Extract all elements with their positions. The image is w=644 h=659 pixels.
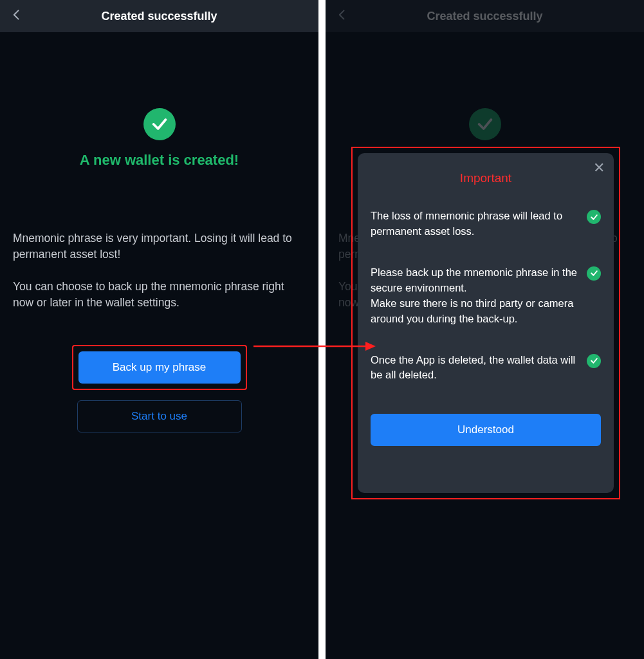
check-icon[interactable] [587, 210, 601, 224]
back-icon[interactable] [336, 8, 349, 24]
check-icon[interactable] [587, 354, 601, 368]
dialog-item-text: The loss of mnemonic phrase will lead to… [371, 209, 579, 239]
success-check-icon [469, 108, 501, 140]
dialog-item-text: Once the App is deleted, the wallet data… [371, 353, 579, 384]
close-icon[interactable]: ✕ [593, 160, 605, 176]
success-check-icon [143, 108, 176, 140]
dialog-title: Important [371, 171, 601, 185]
page-title: Created successfully [0, 10, 318, 23]
dialog-item-text: Please back up the mnemonic phrase in th… [371, 265, 579, 327]
created-heading: A new wallet is created! [13, 152, 306, 169]
back-icon[interactable] [10, 8, 23, 24]
important-dialog: ✕ Important The loss of mnemonic phrase … [358, 153, 614, 493]
understood-button[interactable]: Understood [371, 414, 601, 446]
dialog-item: Please back up the mnemonic phrase in th… [371, 265, 601, 327]
dialog-item: The loss of mnemonic phrase will lead to… [371, 209, 601, 239]
backup-choice-text: You can choose to back up the mnemonic p… [13, 279, 306, 311]
screen-right: Created successfully A new wallet is cre… [326, 0, 644, 659]
header: Created successfully [0, 0, 318, 32]
backup-phrase-button[interactable]: Back up my phrase [78, 351, 241, 384]
dialog-item: Once the App is deleted, the wallet data… [371, 353, 601, 384]
header: Created successfully [326, 0, 644, 32]
highlight-box-backup: Back up my phrase [72, 345, 247, 390]
highlight-box-dialog: ✕ Important The loss of mnemonic phrase … [351, 147, 620, 499]
panel-divider [318, 0, 326, 659]
screen-left: Created successfully A new wallet is cre… [0, 0, 318, 659]
start-to-use-button[interactable]: Start to use [77, 400, 242, 432]
page-title: Created successfully [326, 10, 644, 23]
check-icon[interactable] [587, 266, 601, 281]
mnemonic-warning-text: Mnemonic phrase is very important. Losin… [13, 230, 306, 263]
